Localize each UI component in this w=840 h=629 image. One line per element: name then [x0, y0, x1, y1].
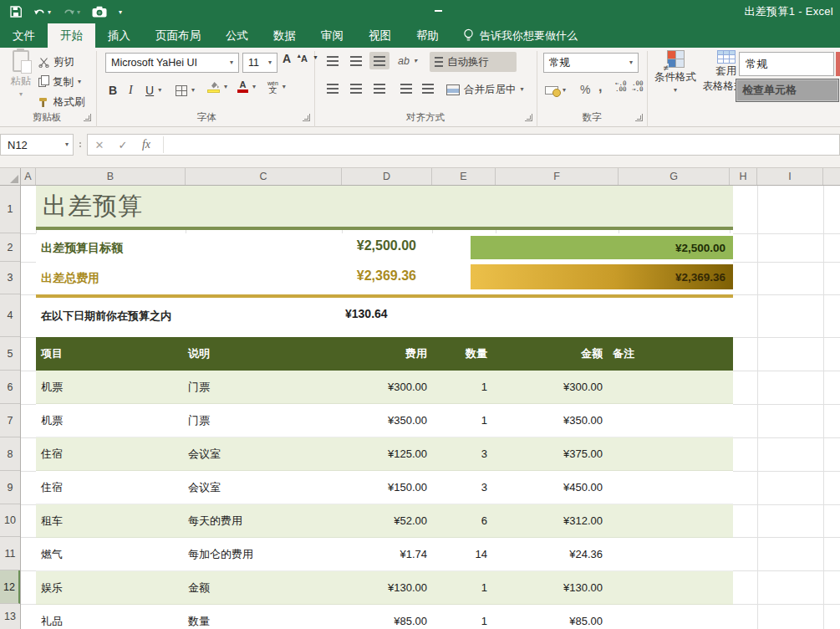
row-header-3[interactable]: 3 [0, 262, 20, 294]
column-header-a[interactable]: A [21, 168, 36, 185]
phonetic-guide-button[interactable]: wén 文 ▾ [267, 78, 286, 96]
formula-input[interactable] [169, 135, 839, 155]
cell-item[interactable]: 娱乐 [41, 571, 63, 604]
cell-item[interactable]: 机票 [41, 404, 63, 437]
budget-remaining-label-cell[interactable]: 在以下日期前你在预算之内 [41, 309, 171, 324]
cell-qty[interactable]: 3 [404, 471, 487, 504]
cell-qty[interactable]: 1 [404, 605, 487, 629]
table-row[interactable]: 礼品 数量 ¥85.00 1 ¥85.00 [36, 605, 733, 629]
table-row[interactable]: 机票 门票 ¥350.00 1 ¥350.00 [36, 404, 733, 437]
table-row[interactable]: 机票 门票 ¥300.00 1 ¥300.00 [36, 371, 733, 404]
tab-file[interactable]: 文件 [0, 23, 48, 48]
cell-amount[interactable]: ¥450.00 [504, 471, 603, 504]
tab-view[interactable]: 视图 [356, 23, 404, 48]
tab-home[interactable]: 开始 [48, 23, 95, 48]
tab-review[interactable]: 审阅 [308, 23, 356, 48]
cell-desc[interactable]: 会议室 [188, 471, 221, 504]
cell-amount[interactable]: ¥300.00 [504, 371, 603, 403]
alignment-dialog-launcher[interactable] [525, 114, 532, 121]
tab-help[interactable]: 帮助 [404, 23, 451, 48]
tab-formulas[interactable]: 公式 [213, 23, 261, 48]
insert-function-button[interactable]: fx [135, 138, 158, 151]
decrease-decimal-button[interactable]: .00 →.0 [632, 80, 644, 99]
cell-desc[interactable]: 门票 [188, 371, 210, 403]
number-format-select[interactable]: 常规 ▾ [543, 53, 639, 73]
cell-qty[interactable]: 14 [404, 538, 487, 570]
fill-color-button[interactable]: ▾ [207, 78, 227, 96]
save-button[interactable] [10, 6, 22, 18]
conditional-formatting-button[interactable]: ≠ 条件格式 ▾ [652, 50, 699, 94]
header-amount[interactable]: 金额 [504, 337, 603, 371]
enter-button[interactable]: ✓ [111, 139, 135, 151]
budget-target-value-cell[interactable]: ¥2,500.00 [312, 238, 416, 253]
font-size-select[interactable]: 11 ▾ [242, 53, 277, 73]
column-header-e[interactable]: E [432, 168, 496, 185]
header-desc[interactable]: 说明 [188, 337, 210, 371]
grow-font-button[interactable]: A▲ [283, 53, 302, 71]
undo-button[interactable]: ▾ [33, 7, 51, 18]
underline-button[interactable]: U ▾ [145, 81, 161, 100]
align-top-button[interactable] [323, 52, 343, 69]
orientation-button[interactable]: ab ▾ [398, 52, 417, 70]
cell-qty[interactable]: 1 [404, 404, 487, 437]
align-bottom-button[interactable] [369, 52, 389, 69]
table-row[interactable]: 住宿 会议室 ¥150.00 3 ¥450.00 [36, 471, 733, 504]
cell-item[interactable]: 住宿 [41, 471, 63, 504]
tell-me-box[interactable]: 告诉我你想要做什么 [463, 23, 578, 48]
accounting-format-button[interactable]: ▾ [545, 81, 566, 100]
row-header-7[interactable]: 7 [0, 404, 20, 437]
cell-item[interactable]: 机票 [41, 371, 63, 403]
header-item[interactable]: 项目 [41, 337, 63, 371]
number-dialog-launcher[interactable] [635, 114, 643, 121]
row-header-12-active[interactable]: 12 [0, 570, 20, 604]
column-header-c[interactable]: C [186, 168, 342, 185]
table-row[interactable]: 燃气 每加仑的费用 ¥1.74 14 ¥24.36 [36, 538, 733, 571]
clipboard-dialog-launcher[interactable] [84, 114, 91, 121]
row-header-9[interactable]: 9 [0, 471, 20, 504]
tab-insert[interactable]: 插入 [95, 23, 143, 48]
cell-amount[interactable]: ¥85.00 [504, 605, 603, 629]
font-dialog-launcher[interactable] [303, 114, 310, 121]
row-header-8[interactable]: 8 [0, 437, 20, 471]
paste-button[interactable]: 粘贴 ▾ [5, 50, 37, 98]
column-header-g[interactable]: G [619, 168, 730, 185]
cell-amount[interactable]: ¥350.00 [504, 404, 603, 437]
redo-caret-icon[interactable]: ▾ [77, 8, 80, 16]
align-left-button[interactable] [323, 79, 343, 97]
tab-page-layout[interactable]: 页面布局 [143, 23, 213, 48]
row-header-6[interactable]: 6 [0, 371, 20, 404]
cell-style-normal[interactable]: 常规 [739, 52, 834, 76]
budget-target-bar-cell[interactable]: ¥2,500.00 [471, 236, 733, 259]
column-header-h[interactable]: H [730, 168, 757, 185]
merge-center-button[interactable]: 合并后居中 ▾ [446, 80, 524, 99]
cell-desc[interactable]: 金额 [188, 571, 210, 604]
copy-button[interactable]: 复制 ▾ [38, 73, 81, 91]
cancel-button[interactable]: ✕ [88, 139, 111, 151]
cell-amount[interactable]: ¥375.00 [504, 437, 603, 470]
column-header-f[interactable]: F [496, 168, 619, 185]
column-header-i[interactable]: I [757, 168, 823, 185]
table-row[interactable]: 住宿 会议室 ¥125.00 3 ¥375.00 [36, 437, 733, 471]
name-box[interactable]: N12 ▾ [0, 134, 74, 156]
decrease-indent-button[interactable] [396, 79, 416, 97]
font-color-button[interactable]: A ▾ [237, 78, 256, 96]
comma-style-button[interactable]: , [598, 78, 602, 96]
cell-item[interactable]: 租车 [41, 504, 63, 537]
italic-button[interactable]: I [129, 81, 133, 100]
row-header-13[interactable]: 13 [0, 604, 20, 629]
align-middle-button[interactable] [346, 52, 366, 69]
cell-item[interactable]: 燃气 [41, 538, 63, 570]
column-header-d[interactable]: D [342, 168, 432, 185]
row-header-4[interactable]: 4 [0, 294, 20, 337]
column-header-b[interactable]: B [36, 168, 186, 185]
cell-desc[interactable]: 每加仑的费用 [188, 538, 253, 570]
cell-style-partial[interactable] [836, 52, 840, 76]
cell-qty[interactable]: 6 [404, 504, 487, 537]
increase-indent-button[interactable] [418, 79, 438, 97]
camera-button[interactable] [92, 6, 107, 18]
table-row[interactable]: 租车 每天的费用 ¥52.00 6 ¥312.00 [36, 504, 733, 538]
header-note[interactable]: 备注 [613, 337, 634, 371]
redo-button[interactable]: ▾ [63, 7, 80, 18]
cell-amount[interactable]: ¥130.00 [504, 571, 603, 604]
cell-item[interactable]: 礼品 [41, 605, 63, 629]
